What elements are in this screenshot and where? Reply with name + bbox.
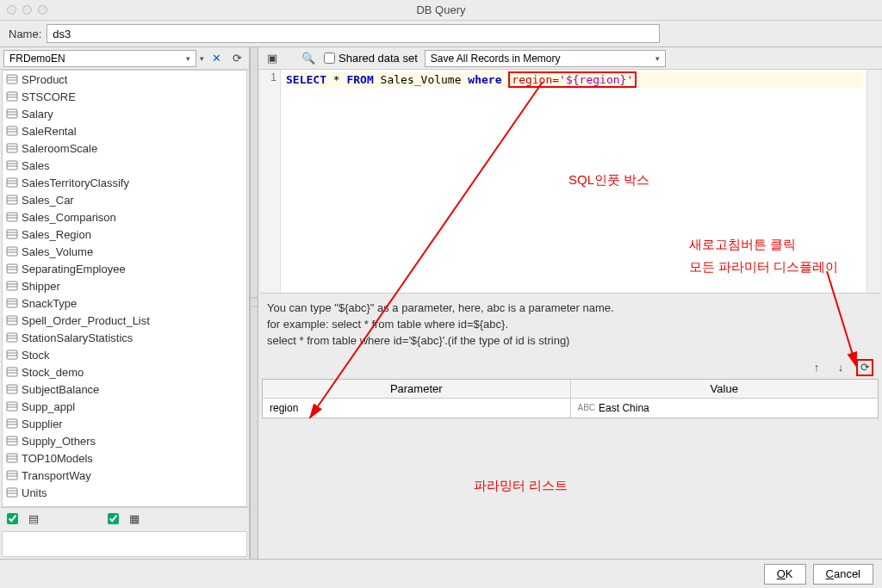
window-title: DB Query [7,3,875,16]
tree-item-sales_volume[interactable]: Sales_Volume [3,243,246,260]
move-down-icon[interactable]: ↓ [832,359,849,376]
tree-item-top10models[interactable]: TOP10Models [3,449,246,467]
tree-item-sales_car[interactable]: Sales_Car [3,191,246,208]
table-icon [6,331,18,344]
table-icon [6,400,18,412]
tree-item-spell_order_product_list[interactable]: Spell_Order_Product_List [3,312,246,329]
cancel-button[interactable]: Cancel [813,564,873,585]
svg-rect-66 [7,454,17,462]
tree-item-transportway[interactable]: TransportWay [3,467,246,484]
abc-type-icon: ABC [578,403,596,412]
tree-item-stock[interactable]: Stock [3,346,246,363]
tools-icon[interactable]: ✕ [208,50,225,67]
svg-rect-33 [7,264,17,273]
zoom-dot[interactable] [38,5,47,15]
tree-item-snacktype[interactable]: SnackType [3,294,246,312]
table-icon [6,366,18,378]
ok-button[interactable]: OK [764,564,806,585]
table-icon [6,383,18,395]
close-dot[interactable] [7,5,16,15]
splitter[interactable]: ⋮⋮ [250,47,258,559]
sql-text[interactable]: SELECT * FROM Sales_Volume where region=… [281,70,866,293]
refresh-db-icon[interactable]: ⟳ [228,50,245,67]
traffic-lights [7,5,47,15]
tree-item-stock_demo[interactable]: Stock_demo [3,363,246,381]
table-icon [6,194,18,206]
table-icon [6,142,18,154]
move-up-icon[interactable]: ↑ [808,359,825,376]
svg-rect-0 [7,75,17,84]
tree-item-shipper[interactable]: Shipper [3,277,246,294]
tree-item-supply_others[interactable]: Supply_Others [3,432,246,449]
svg-rect-60 [7,419,17,428]
check2[interactable] [108,513,119,524]
svg-rect-15 [7,161,17,170]
chevron-down-icon: ▾ [186,54,190,63]
right-pane: ▣ 🔍 Shared data set Save All Records in … [258,47,882,559]
name-label: Name: [9,28,41,40]
check1[interactable] [7,513,18,524]
table-icon [6,108,18,120]
tree-item-sales_comparison[interactable]: Sales_Comparison [3,208,246,226]
minimize-dot[interactable] [22,5,32,15]
svg-rect-54 [7,385,17,393]
tree-item-units[interactable]: Units [3,484,246,501]
param-row[interactable]: region ABC East China [263,399,878,418]
sql-editor[interactable]: 1 SELECT * FROM Sales_Volume where regio… [260,70,880,294]
param-name-cell[interactable]: region [263,399,571,418]
svg-rect-42 [7,316,17,325]
svg-rect-48 [7,350,17,359]
wizard-icon[interactable]: ▦ [126,511,143,528]
filter-box[interactable] [2,531,247,557]
shared-checkbox[interactable]: Shared data set [324,52,418,65]
table-icon [6,418,18,430]
scrollbar-vertical[interactable] [866,70,880,293]
tree-item-salesterritoryclassify[interactable]: SalesTerritoryClassify [3,174,246,191]
table-icon [6,280,18,292]
table-icon [6,435,18,447]
tree-item-separatingemployee[interactable]: SeparatingEmployee [3,260,246,277]
db-selector-row: FRDemoEN ▾ ▾ ✕ ⟳ [0,47,249,70]
name-input[interactable] [47,24,660,43]
svg-rect-27 [7,230,17,238]
param-table: Parameter Value region ABC East China [262,379,879,418]
table-icon [6,452,18,464]
tree-item-stscore[interactable]: STSCORE [3,88,246,105]
annotation-param-list: 파라밍터 리스트 [474,478,568,494]
chevron-down-icon-2[interactable]: ▾ [200,54,204,63]
table-icon [6,349,18,361]
tree-item-sales[interactable]: Sales [3,157,246,174]
list-icon[interactable]: ▤ [25,511,42,528]
svg-rect-9 [7,127,17,135]
tree-item-salerental[interactable]: SaleRental [3,122,246,139]
titlebar: DB Query [0,0,882,21]
db-select[interactable]: FRDemoEN ▾ [3,50,196,67]
dialog-footer: OK Cancel [0,559,882,588]
table-icon [6,73,18,85]
param-value-cell[interactable]: ABC East China [571,399,879,418]
table-icon [6,228,18,240]
main-area: FRDemoEN ▾ ▾ ✕ ⟳ SProductSTSCORESalarySa… [0,46,882,559]
run-icon[interactable]: ▣ [264,50,281,67]
tree-item-subjectbalance[interactable]: SubjectBalance [3,381,246,398]
svg-rect-18 [7,178,17,187]
name-row: Name: [0,21,882,46]
svg-rect-63 [7,436,17,445]
preview-icon[interactable]: 🔍 [300,50,317,67]
tree-item-sales_region[interactable]: Sales_Region [3,226,246,243]
tree-item-supplier[interactable]: Supplier [3,415,246,432]
save-select[interactable]: Save All Records in Memory ▾ [425,50,666,67]
tree-item-supp_appl[interactable]: Supp_appl [3,398,246,415]
table-tree[interactable]: SProductSTSCORESalarySaleRentalSaleroomS… [2,70,247,507]
tree-item-saleroomscale[interactable]: SaleroomScale [3,139,246,157]
tree-item-salary[interactable]: Salary [3,105,246,122]
svg-rect-51 [7,368,17,376]
hint-text: You can type "${abc}" as a parameter, he… [258,294,882,356]
table-icon [6,314,18,326]
svg-rect-30 [7,247,17,256]
tree-item-stationsalarystatistics[interactable]: StationSalaryStatistics [3,329,246,346]
refresh-params-icon[interactable]: ⟳ [856,359,873,376]
table-icon [6,176,18,189]
tree-item-sproduct[interactable]: SProduct [3,71,246,88]
table-icon [6,90,18,102]
